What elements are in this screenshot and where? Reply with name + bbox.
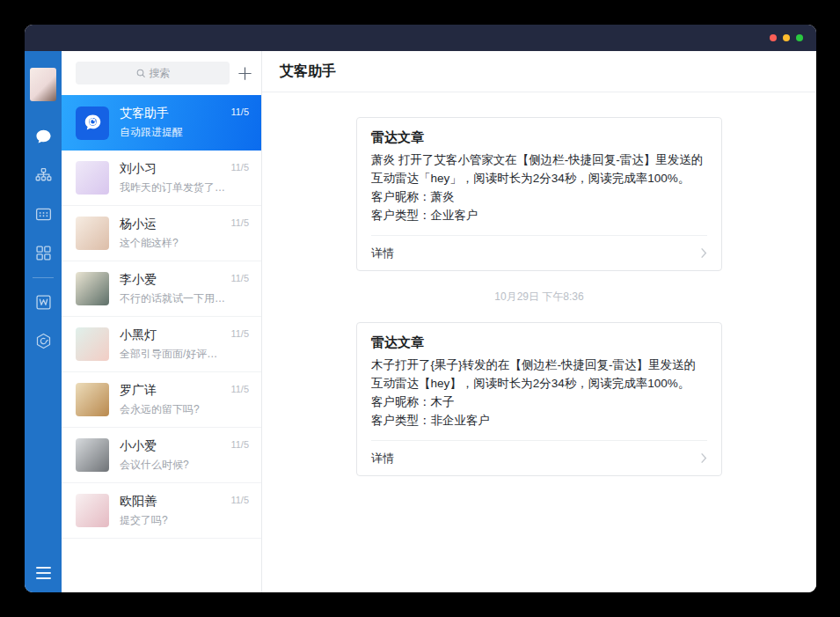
radar-article-card: 雷达文章 木子打开了{果子}转发的在【侧边栏-快捷回复-雷达】里发送的互动雷达【… xyxy=(356,322,722,476)
chat-time: 11/5 xyxy=(230,217,249,228)
panel-dots-icon[interactable] xyxy=(34,205,53,224)
chat-name: 杨小运 xyxy=(120,217,226,231)
chat-preview: 自动跟进提醒 xyxy=(120,125,226,140)
chat-time: 11/5 xyxy=(230,384,249,394)
minimize-window-button[interactable] xyxy=(783,34,790,41)
add-chat-button[interactable] xyxy=(236,64,253,82)
chat-name: 欧阳善 xyxy=(120,494,226,508)
chat-preview: 全部引导面面/好评有礼以... xyxy=(120,347,226,362)
org-structure-icon[interactable] xyxy=(34,166,53,185)
chat-name: 刘小习 xyxy=(120,161,226,175)
chat-time: 11/5 xyxy=(230,273,249,283)
chevron-right-icon xyxy=(700,247,707,259)
chat-item[interactable]: 刘小习 我昨天的订单发货了吗? 11/5 xyxy=(62,151,261,206)
chat-name: 艾客助手 xyxy=(120,106,226,120)
chat-item[interactable]: 小黑灯 全部引导面面/好评有礼以... 11/5 xyxy=(62,317,261,372)
apps-grid-icon[interactable] xyxy=(34,244,53,262)
app-window: 搜索 xyxy=(25,25,816,592)
chat-preview: 会议什么时候? xyxy=(120,458,226,473)
chat-name: 罗广详 xyxy=(120,383,226,397)
card-title: 雷达文章 xyxy=(371,334,707,351)
chat-time: 11/5 xyxy=(230,439,249,450)
chat-name: 小小爱 xyxy=(120,438,226,452)
nav-divider xyxy=(33,277,54,278)
search-input[interactable]: 搜索 xyxy=(76,62,230,84)
chat-time: 11/5 xyxy=(230,328,249,339)
zoom-window-button[interactable] xyxy=(796,34,803,41)
detail-link[interactable]: 详情 xyxy=(371,235,707,270)
chat-time: 11/5 xyxy=(230,107,249,117)
chat-preview: 会永远的留下吗? xyxy=(120,402,226,417)
chat-item[interactable]: 杨小运 这个能这样? 11/5 xyxy=(62,206,261,261)
timestamp: 10月29日 下午8:36 xyxy=(262,290,816,305)
chat-list-panel: 搜索 xyxy=(62,51,262,592)
card-body: 木子打开了{果子}转发的在【侧边栏-快捷回复-雷达】里发送的互动雷达【hey】，… xyxy=(371,356,707,393)
chat-time: 11/5 xyxy=(230,162,249,173)
chat-item-assistant[interactable]: 艾客助手 自动跟进提醒 11/5 xyxy=(62,95,261,151)
avatar xyxy=(76,494,109,527)
chat-item[interactable]: 欧阳善 提交了吗? 11/5 xyxy=(62,483,261,539)
plus-icon xyxy=(237,65,253,82)
conversation-list: 艾客助手 自动跟进提醒 11/5 刘小习 我昨天的订单发货了吗? 11/5 xyxy=(62,95,261,592)
message-feed: 雷达文章 萧炎 打开了艾客小管家文在【侧边栏-快捷回复-雷达】里发送的互动雷达「… xyxy=(262,92,816,592)
avatar xyxy=(76,327,109,361)
conversation-panel: 艾客助手 雷达文章 萧炎 打开了艾客小管家文在【侧边栏-快捷回复-雷达】里发送的… xyxy=(262,51,816,592)
chat-item[interactable]: 罗广详 会永远的留下吗? 11/5 xyxy=(62,372,261,428)
card-title: 雷达文章 xyxy=(371,129,707,146)
chat-preview: 不行的话就试一下用PS做... xyxy=(120,291,226,306)
avatar xyxy=(76,272,109,305)
chat-preview: 这个能这样? xyxy=(120,236,226,251)
aike-assistant-logo-icon xyxy=(76,107,109,140)
chat-time: 11/5 xyxy=(230,495,249,505)
chat-preview: 我昨天的订单发货了吗? xyxy=(120,180,226,195)
window-titlebar xyxy=(25,25,816,51)
customer-nickname: 客户昵称：萧炎 xyxy=(371,187,707,206)
package-hexagon-icon[interactable] xyxy=(34,332,53,350)
avatar xyxy=(76,383,109,416)
conversation-header: 艾客助手 xyxy=(262,51,816,92)
customer-nickname: 客户昵称：木子 xyxy=(371,393,707,411)
nav-rail xyxy=(25,51,62,592)
detail-label: 详情 xyxy=(371,451,394,466)
detail-label: 详情 xyxy=(371,246,394,261)
w-app-icon[interactable] xyxy=(34,293,53,312)
desktop-background: 搜索 xyxy=(0,0,840,617)
avatar xyxy=(76,217,109,250)
customer-type: 客户类型：企业客户 xyxy=(371,206,707,224)
chevron-right-icon xyxy=(700,452,707,464)
chat-name: 小黑灯 xyxy=(120,327,226,342)
radar-article-card: 雷达文章 萧炎 打开了艾客小管家文在【侧边栏-快捷回复-雷达】里发送的互动雷达「… xyxy=(356,117,722,271)
chat-name: 李小爱 xyxy=(120,272,226,286)
chat-preview: 提交了吗? xyxy=(120,513,226,528)
close-window-button[interactable] xyxy=(770,34,777,41)
avatar xyxy=(76,161,109,195)
card-body: 萧炎 打开了艾客小管家文在【侧边栏-快捷回复-雷达】里发送的互动雷达「hey」，… xyxy=(371,151,707,187)
magnifier-icon xyxy=(135,68,147,79)
menu-hamburger-icon[interactable] xyxy=(36,567,51,579)
conversation-title: 艾客助手 xyxy=(280,62,336,81)
avatar xyxy=(76,438,109,472)
profile-avatar[interactable] xyxy=(30,68,56,101)
chat-item[interactable]: 小小爱 会议什么时候? 11/5 xyxy=(62,428,261,483)
detail-link[interactable]: 详情 xyxy=(371,440,707,475)
chat-item[interactable]: 李小爱 不行的话就试一下用PS做... 11/5 xyxy=(62,261,261,317)
customer-type: 客户类型：非企业客户 xyxy=(371,411,707,430)
search-placeholder: 搜索 xyxy=(150,66,171,81)
chat-bubble-icon[interactable] xyxy=(34,128,53,146)
